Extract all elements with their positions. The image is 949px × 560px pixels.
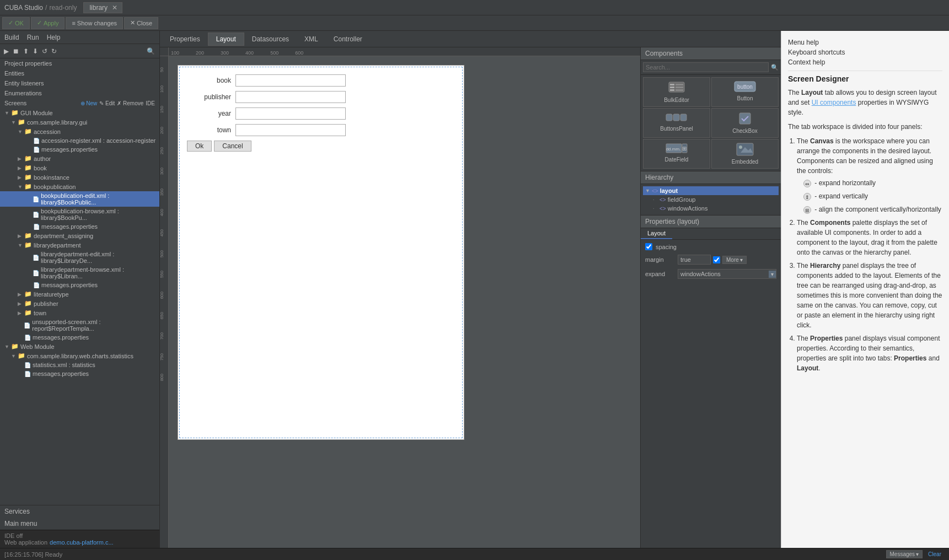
component-bulk-editor[interactable]: BulkEditor	[643, 77, 710, 107]
toolbar-undo-btn[interactable]: ↺	[40, 46, 49, 56]
tree-bookpublication[interactable]: ▼ 📁 bookpublication	[0, 182, 159, 191]
help-context-help[interactable]: Context help	[788, 57, 942, 67]
form-canvas: book publisher year	[178, 65, 464, 440]
tree-dept-assigning[interactable]: ▶ 📁 department_assigning	[0, 231, 159, 240]
component-checkbox[interactable]: CheckBox	[711, 108, 779, 138]
margin-input[interactable]	[678, 255, 711, 265]
tree-book[interactable]: ▶ 📁 book	[0, 163, 159, 173]
search-btn[interactable]: 🔍	[144, 46, 157, 56]
tree-messages-4[interactable]: 📄 messages.properties	[0, 333, 159, 342]
margin-checkbox[interactable]	[713, 256, 720, 263]
toolbar-down-btn[interactable]: ⬇	[31, 46, 40, 56]
datefield-label: DateField	[665, 157, 689, 163]
tree-accession-register[interactable]: 📄 accession-register.xml : accession-reg…	[0, 136, 159, 145]
toolbar-stop-btn[interactable]: ⏹	[11, 46, 21, 56]
section-entities[interactable]: Entities	[0, 68, 159, 78]
expand-value: windowActions	[678, 270, 769, 278]
screens-edit-btn[interactable]: ✎ Edit	[99, 100, 115, 106]
tab-xml[interactable]: XML	[297, 33, 326, 45]
tab-properties[interactable]: Properties	[162, 33, 208, 45]
tab-datasources[interactable]: Datasources	[244, 33, 297, 45]
tree-unsupported[interactable]: 📄 unsupported-screen.xml : report$Report…	[0, 317, 159, 333]
menu-help[interactable]: Help	[47, 34, 61, 41]
web-app-label: Web application	[4, 539, 47, 546]
tree-accession[interactable]: ▼ 📁 accession	[0, 127, 159, 136]
tree-town[interactable]: ▶ 📁 town	[0, 308, 159, 317]
htree-windowactions[interactable]: · <> windowActions	[643, 204, 779, 213]
component-datefield[interactable]: dd.mm. ⊞ DateField	[643, 139, 710, 169]
htree-fieldgroup[interactable]: · <> fieldGroup	[643, 195, 779, 204]
ui-components-link[interactable]: UI components	[812, 99, 856, 106]
tree-com-sample[interactable]: ▼ 📁 com.sample.library.gui	[0, 117, 159, 127]
tree-libdept-edit[interactable]: 📄 librarydepartment-edit.xml : library$L…	[0, 250, 159, 265]
tree-label: book	[34, 165, 47, 171]
show-changes-button[interactable]: ≡ Show changes	[66, 17, 123, 29]
form-row-year: year	[187, 107, 455, 120]
tree-bookinstance[interactable]: ▶ 📁 bookinstance	[0, 173, 159, 182]
tree-label: bookpublication-browse.xml : library$Boo…	[41, 208, 157, 221]
htree-windowactions-label: windowActions	[668, 205, 708, 212]
publisher-input[interactable]	[235, 91, 346, 103]
section-enumerations[interactable]: Enumerations	[0, 88, 159, 98]
tree-messages-2[interactable]: 📄 messages.properties	[0, 222, 159, 231]
tree-literaturetype[interactable]: ▶ 📁 literaturetype	[0, 289, 159, 299]
tree-messages-3[interactable]: 📄 messages.properties	[0, 281, 159, 289]
tree-messages-5[interactable]: 📄 messages.properties	[0, 369, 159, 378]
clear-button[interactable]: Clear	[925, 551, 945, 558]
toolbar-redo-btn[interactable]: ↻	[50, 46, 58, 56]
tree-label: librarydepartment	[34, 242, 81, 249]
year-input[interactable]	[235, 107, 346, 120]
tree-messages-1[interactable]: 📄 messages.properties	[0, 145, 159, 154]
tree-charts-stats[interactable]: ▼ 📁 com.sample.library.web.charts.statis…	[0, 351, 159, 360]
main-menu-item[interactable]: Main menu	[0, 518, 159, 530]
tab-controller[interactable]: Controller	[326, 33, 370, 45]
library-tab[interactable]: library ✕	[83, 2, 122, 13]
menu-build[interactable]: Build	[4, 34, 19, 41]
menu-run[interactable]: Run	[27, 34, 39, 41]
book-input[interactable]	[235, 74, 346, 87]
close-button[interactable]: ✕ Close	[124, 17, 158, 29]
ok-button[interactable]: ✓ OK	[2, 17, 30, 29]
screens-ide-btn[interactable]: IDE	[146, 100, 155, 106]
expand-dropdown-btn[interactable]: ▾	[769, 271, 776, 278]
section-project-properties[interactable]: Project properties	[0, 58, 159, 68]
spacing-checkbox[interactable]	[645, 243, 652, 250]
props-tab-layout[interactable]: Layout	[641, 228, 672, 239]
tree-web-module[interactable]: ▼ 📁 Web Module	[0, 342, 159, 351]
section-screens[interactable]: Screens ⊕ New ✎ Edit ✗ Remove IDE	[0, 98, 159, 108]
tree-gui-module[interactable]: ▼ 📁 GUI Module	[0, 108, 159, 117]
toolbar-run-btn[interactable]: ▶	[2, 46, 10, 56]
form-ok-btn[interactable]: Ok	[187, 141, 212, 152]
component-embedded[interactable]: Embedded	[711, 139, 779, 169]
svg-text:button: button	[737, 84, 753, 90]
section-entity-listeners[interactable]: Entity listeners	[0, 78, 159, 88]
apply-button[interactable]: ✓ Apply	[31, 17, 65, 29]
tree-libdept-browse[interactable]: 📄 librarydepartment-browse.xml : library…	[0, 265, 159, 281]
town-input[interactable]	[235, 124, 346, 136]
toolbar-up-btn[interactable]: ⬆	[22, 46, 30, 56]
tree-bookpublication-browse[interactable]: 📄 bookpublication-browse.xml : library$B…	[0, 207, 159, 222]
form-cancel-btn[interactable]: Cancel	[214, 141, 251, 152]
form-row-book: book	[187, 74, 455, 87]
web-app-link[interactable]: demo.cuba-platform.c...	[50, 539, 114, 546]
components-search-input[interactable]	[643, 62, 769, 72]
tab-close-icon[interactable]: ✕	[112, 4, 117, 12]
more-button[interactable]: More ▾	[722, 256, 747, 264]
help-menu-help[interactable]: Menu help	[788, 37, 942, 47]
tree-librarydepartment[interactable]: ▼ 📁 librarydepartment	[0, 240, 159, 250]
component-buttons-panel[interactable]: ButtonsPanel	[643, 108, 710, 138]
tab-layout[interactable]: Layout	[208, 33, 244, 46]
year-label: year	[187, 110, 231, 117]
tree-publisher[interactable]: ▶ 📁 publisher	[0, 299, 159, 308]
help-keyboard-shortcuts[interactable]: Keyboard shortcuts	[788, 47, 942, 57]
screens-new-btn[interactable]: ⊕ New	[81, 100, 98, 106]
services-item[interactable]: Services	[0, 505, 159, 518]
htree-layout[interactable]: ▼ <> layout	[643, 186, 779, 195]
htree-fieldgroup-icon: <>	[660, 197, 666, 203]
tree-author[interactable]: ▶ 📁 author	[0, 154, 159, 163]
component-button[interactable]: button Button	[711, 77, 779, 107]
tree-bookpublication-edit[interactable]: 📄 bookpublication-edit.xml : library$Boo…	[0, 191, 159, 207]
tree-statistics[interactable]: 📄 statistics.xml : statistics	[0, 360, 159, 369]
screens-remove-btn[interactable]: ✗ Remove	[117, 100, 143, 106]
messages-button[interactable]: Messages ▾	[886, 550, 923, 558]
